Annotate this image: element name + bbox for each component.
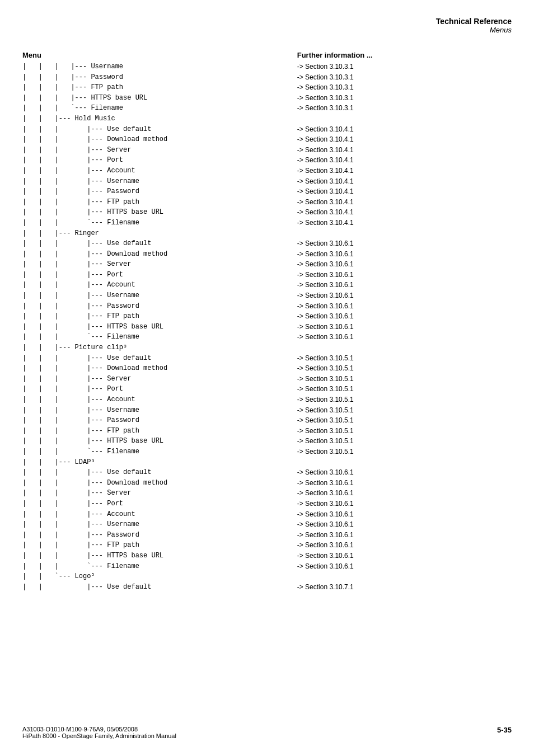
info-item: -> Section 3.10.5.1 [297, 447, 512, 457]
menu-tree: | | | |--- Username | | | |--- Password … [22, 62, 280, 592]
menu-column: Menu | | | |--- Username | | | |--- Pass… [22, 51, 292, 592]
info-item: -> Section 3.10.6.1 [297, 561, 512, 572]
info-item: -> Section 3.10.5.1 [297, 436, 512, 447]
header-title: Technical Reference [22, 17, 512, 26]
info-item: -> Section 3.10.6.1 [297, 270, 512, 280]
info-item: -> Section 3.10.5.1 [297, 405, 512, 416]
info-item: -> Section 3.10.6.1 [297, 332, 512, 342]
info-item: -> Section 3.10.6.1 [297, 301, 512, 312]
info-item: -> Section 3.10.6.1 [297, 551, 512, 561]
info-item: -> Section 3.10.4.1 [297, 176, 512, 187]
info-item: -> Section 3.10.4.1 [297, 155, 512, 166]
info-item: -> Section 3.10.5.1 [297, 395, 512, 405]
info-item: -> Section 3.10.5.1 [297, 374, 512, 384]
info-item [297, 457, 512, 468]
info-item: -> Section 3.10.6.1 [297, 519, 512, 530]
info-item: -> Section 3.10.6.1 [297, 530, 512, 541]
info-item: -> Section 3.10.6.1 [297, 499, 512, 509]
header: Technical Reference Menus [22, 17, 512, 34]
info-item: -> Section 3.10.4.1 [297, 186, 512, 197]
info-item: -> Section 3.10.6.1 [297, 259, 512, 270]
info-item: -> Section 3.10.6.1 [297, 249, 512, 260]
info-item: -> Section 3.10.5.1 [297, 415, 512, 426]
info-item: -> Section 3.10.5.1 [297, 426, 512, 436]
info-item: -> Section 3.10.4.1 [297, 145, 512, 156]
menu-column-header: Menu [22, 51, 280, 59]
info-item: -> Section 3.10.6.1 [297, 509, 512, 520]
info-column: Further information ... -> Section 3.10.… [292, 51, 512, 592]
info-item: -> Section 3.10.6.1 [297, 311, 512, 322]
info-item: -> Section 3.10.6.1 [297, 238, 512, 249]
info-item: -> Section 3.10.4.1 [297, 207, 512, 218]
info-item [297, 571, 512, 582]
info-item: -> Section 3.10.6.1 [297, 322, 512, 332]
info-item: -> Section 3.10.3.1 [297, 103, 512, 114]
info-item [297, 114, 512, 124]
info-item: -> Section 3.10.4.1 [297, 166, 512, 176]
info-item: -> Section 3.10.4.1 [297, 124, 512, 135]
info-item: -> Section 3.10.6.1 [297, 488, 512, 499]
info-list: -> Section 3.10.3.1-> Section 3.10.3.1->… [297, 62, 512, 592]
info-item: -> Section 3.10.7.1 [297, 582, 512, 593]
info-item: -> Section 3.10.3.1 [297, 62, 512, 72]
info-item: -> Section 3.10.4.1 [297, 218, 512, 228]
info-item: -> Section 3.10.6.1 [297, 540, 512, 551]
info-item: -> Section 3.10.6.1 [297, 280, 512, 290]
footer-left-line1: A31003-O1010-M100-9-76A9, 05/05/2008 [22, 726, 512, 732]
header-subtitle: Menus [22, 26, 512, 34]
footer: 5-35 A31003-O1010-M100-9-76A9, 05/05/200… [22, 726, 512, 739]
info-item: -> Section 3.10.5.1 [297, 353, 512, 364]
main-content: Menu | | | |--- Username | | | |--- Pass… [22, 51, 512, 592]
info-item: -> Section 3.10.6.1 [297, 478, 512, 489]
info-item [297, 228, 512, 239]
info-item: -> Section 3.10.3.1 [297, 93, 512, 104]
info-item: -> Section 3.10.4.1 [297, 134, 512, 145]
info-item: -> Section 3.10.3.1 [297, 82, 512, 93]
info-column-header: Further information ... [297, 51, 512, 59]
info-item: -> Section 3.10.3.1 [297, 72, 512, 83]
info-item: -> Section 3.10.5.1 [297, 384, 512, 395]
footer-right: 5-35 [497, 726, 512, 734]
footer-left-line2: HiPath 8000 - OpenStage Family, Administ… [22, 732, 512, 739]
info-item: -> Section 3.10.4.1 [297, 197, 512, 208]
info-item: -> Section 3.10.6.1 [297, 290, 512, 301]
info-item: -> Section 3.10.5.1 [297, 363, 512, 374]
info-item [297, 342, 512, 353]
info-item: -> Section 3.10.6.1 [297, 467, 512, 478]
